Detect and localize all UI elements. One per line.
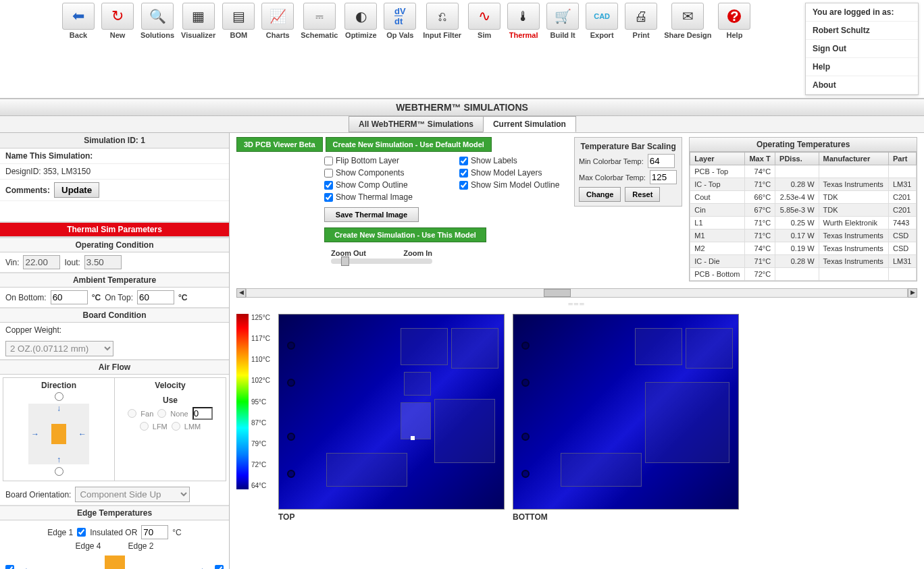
toolbar-optimize[interactable]: ◐Optimize [342, 3, 380, 39]
iout-label: Iout: [64, 258, 80, 267]
scroll-left-arrow[interactable]: ◀ [236, 288, 246, 298]
table-row[interactable]: IC - Top71°C0.28 WTexas InstrumentsLM31 [690, 178, 917, 191]
edge1-value[interactable] [141, 525, 168, 539]
edge2-checkbox[interactable] [215, 565, 224, 570]
top-temp-label: On Top: [105, 293, 133, 302]
schematic-icon: ⎓ [303, 3, 336, 30]
velocity-input[interactable] [192, 407, 213, 420]
orientation-select[interactable]: Component Side Up [75, 487, 190, 502]
dir-radio-top[interactable] [55, 392, 63, 401]
main-toolbar: ⬅Back↻New🔍Solutions▦Visualizer▤BOM📈Chart… [0, 0, 924, 99]
airflow-header: Air Flow [0, 359, 229, 375]
toolbar-thermal[interactable]: 🌡Thermal [505, 3, 542, 39]
direction-label: Direction [6, 381, 111, 390]
direction-diagram: → ↓ ← ↑ [28, 404, 89, 464]
show-thermal-check[interactable] [324, 193, 333, 202]
op-cond-header: Operating Condition [0, 237, 229, 252]
reset-button[interactable]: Reset [625, 187, 660, 202]
show-sim-outline-check[interactable] [459, 181, 468, 190]
show-labels-check[interactable] [459, 157, 468, 165]
edge1-insulated: Insulated OR [90, 528, 137, 537]
tab-current-simulation[interactable]: Current Simulation [483, 116, 576, 132]
table-row[interactable]: Cin67°C5.85e-3 WTDKC201 [690, 204, 917, 217]
thermal-bottom-view[interactable] [513, 314, 739, 510]
tab-all-simulations[interactable]: All WebTHERM™ Simulations [349, 116, 484, 132]
edge4-checkbox[interactable] [5, 565, 14, 570]
save-thermal-button[interactable]: Save Thermal Image [324, 207, 419, 222]
change-button[interactable]: Change [579, 187, 621, 202]
table-row[interactable]: M274°C0.19 WTexas InstrumentsCSD [690, 242, 917, 255]
share-design-icon: ✉ [671, 3, 704, 30]
tabs: All WebTHERM™ Simulations Current Simula… [0, 116, 924, 133]
table-row[interactable]: Cout66°C2.53e-4 WTDKC201 [690, 191, 917, 204]
max-colorbar-input[interactable] [650, 170, 677, 184]
bottom-label: BOTTOM [513, 512, 548, 522]
lfm-radio[interactable] [140, 422, 149, 431]
table-row[interactable]: PCB - Top74°C [690, 165, 917, 178]
toolbar-visualizer[interactable]: ▦Visualizer [178, 3, 218, 39]
new-icon: ↻ [101, 3, 134, 30]
lmm-radio[interactable] [172, 422, 180, 431]
help-link[interactable]: Help [806, 58, 918, 76]
toolbar-print[interactable]: 🖨Print [622, 3, 660, 39]
input-filter-icon: ⎌ [426, 3, 459, 30]
update-button[interactable]: Update [54, 182, 99, 198]
table-row[interactable]: L171°C0.25 WWurth Elektronik7443 [690, 217, 917, 229]
pcb-viewer-button[interactable]: 3D PCB Viewer Beta [236, 137, 323, 152]
toolbar-sim[interactable]: ∿Sim [465, 3, 503, 39]
toolbar-new[interactable]: ↻New [99, 3, 136, 39]
toolbar-charts[interactable]: 📈Charts [259, 3, 297, 39]
user-menu: You are logged in as: Robert Schultz Sig… [805, 3, 919, 95]
show-comp-outline-check[interactable] [324, 181, 333, 190]
build-it-icon: 🛒 [546, 3, 579, 30]
toolbar-back[interactable]: ⬅Back [59, 3, 97, 39]
center-panel: 3D PCB Viewer Beta Create New Simulation… [230, 133, 924, 569]
op-temps-panel: Operating Temperatures Layer Max T PDiss… [689, 137, 917, 281]
iout-input[interactable] [84, 255, 122, 269]
dir-radio-bottom[interactable] [55, 467, 63, 476]
edge4-label: Edge 4 [75, 541, 101, 551]
edge1-checkbox[interactable] [77, 528, 86, 537]
show-model-layers-check[interactable] [459, 169, 468, 178]
sign-out-link[interactable]: Sign Out [806, 40, 918, 58]
splitter-handle[interactable]: ═══ [230, 300, 924, 307]
create-this-button[interactable]: Create New Simulation - Use This Model [324, 227, 486, 242]
toolbar-schematic[interactable]: ⎓Schematic [298, 3, 340, 39]
flip-bottom-check[interactable] [324, 157, 333, 165]
toolbar-solutions[interactable]: 🔍Solutions [138, 3, 177, 39]
vin-input[interactable] [23, 255, 60, 269]
show-components-check[interactable] [324, 169, 333, 178]
use-label: Use [118, 396, 223, 405]
vin-label: Vin: [5, 258, 19, 267]
login-label: You are logged in as: [806, 3, 918, 22]
edge1-label: Edge 1 [47, 528, 73, 537]
table-row[interactable]: PCB - Bottom72°C [690, 268, 917, 281]
toolbar-build-it[interactable]: 🛒Build It [544, 3, 582, 39]
toolbar-input-filter[interactable]: ⎌Input Filter [420, 3, 464, 39]
about-link[interactable]: About [806, 76, 918, 94]
min-colorbar-input[interactable] [648, 154, 675, 168]
fan-radio[interactable] [128, 409, 136, 418]
create-default-button[interactable]: Create New Simulation - Use Default Mode… [326, 137, 492, 152]
optimize-icon: ◐ [344, 3, 377, 30]
toolbar-bom[interactable]: ▤BOM [220, 3, 257, 39]
op-temps-table: Layer Max T PDiss. Manufacturer Part PCB… [690, 152, 917, 281]
none-radio[interactable] [157, 409, 166, 418]
zoom-slider[interactable] [331, 259, 432, 264]
toolbar-share-design[interactable]: ✉Share Design [661, 3, 714, 39]
bottom-temp-input[interactable] [51, 290, 88, 304]
toolbar-help[interactable]: ?Help [715, 3, 753, 39]
top-temp-input[interactable] [137, 290, 174, 304]
horizontal-scrollbar[interactable]: ◀ ▶ [236, 288, 917, 298]
scroll-right-arrow[interactable]: ▶ [908, 288, 917, 298]
toolbar-op-vals[interactable]: dVdtOp Vals [381, 3, 419, 39]
thermal-top-view[interactable] [278, 314, 505, 510]
copper-weight-select[interactable]: 2 OZ.(0.07112 mm) [5, 341, 113, 356]
toolbar-export[interactable]: CADExport [583, 3, 621, 39]
name-sim-label: Name This Simulation: [5, 151, 93, 161]
table-row[interactable]: M171°C0.17 WTexas InstrumentsCSD [690, 229, 917, 242]
visualizer-icon: ▦ [182, 3, 215, 30]
top-label: TOP [278, 512, 294, 522]
table-row[interactable]: IC - Die71°C0.28 WTexas InstrumentsLM31 [690, 255, 917, 268]
page-title: WEBTHERM™ SIMULATIONS [0, 99, 924, 116]
